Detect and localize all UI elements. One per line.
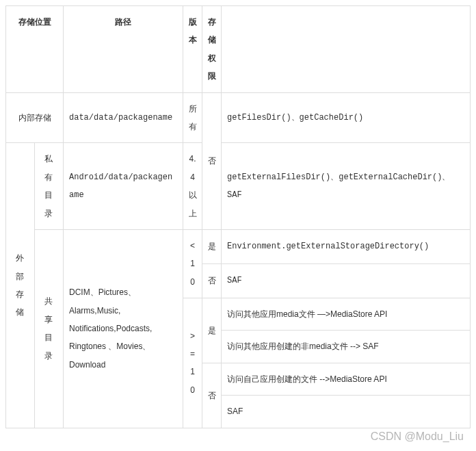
cell-external-label: 外 部存储 <box>6 143 35 428</box>
cell-ge10-yes-perm: 是 <box>202 298 222 363</box>
cell-private-path: Android/data/packagename <box>64 143 183 230</box>
row-external-private: 外 部存储 私有目录 Android/data/packagename 4.4以… <box>6 143 471 230</box>
watermark: CSDN @Modu_Liu <box>371 430 464 434</box>
cell-ge10-yes-api2: 访问其他应用创建的非media文件 --> SAF <box>222 331 471 363</box>
cell-internal-permission: 否 <box>202 92 222 229</box>
cell-lt10-yes-perm: 是 <box>202 229 222 263</box>
cell-internal-api: getFilesDir()、getCacheDir() <box>222 92 471 143</box>
cell-lt10-version: < 1 0 <box>183 229 202 298</box>
cell-lt10-yes-api: Environment.getExternalStorageDirectory(… <box>222 229 471 263</box>
cell-shared-path: DCIM、Pictures、Alarms,Music, Notification… <box>64 229 183 428</box>
header-permission: 存储权限 <box>202 6 222 93</box>
header-api <box>222 6 471 93</box>
cell-ge10-no-api1: 访问自己应用创建的文件 -->MediaStore API <box>222 363 471 395</box>
cell-ge10-yes-api1: 访问其他应用media文件 —>MediaStore API <box>222 298 471 331</box>
header-version: 版本 <box>183 6 202 93</box>
cell-private-api: getExternalFilesDir()、getExternalCacheDi… <box>222 143 471 230</box>
table-header-row: 存储位置 路径 版本 存储权限 <box>6 6 471 93</box>
cell-lt10-no-perm: 否 <box>202 263 222 298</box>
cell-internal-version: 所有 <box>183 92 202 143</box>
cell-ge10-no-api2: SAF <box>222 396 471 428</box>
cell-ge10-version: > = 1 0 <box>183 298 202 428</box>
cell-private-version: 4.4以上 <box>183 143 202 230</box>
cell-lt10-no-api: SAF <box>222 263 471 298</box>
row-shared-lt10-yes: 共享目录 DCIM、Pictures、Alarms,Music, Notific… <box>6 229 471 263</box>
storage-table: 存储位置 路径 版本 存储权限 内部存储 data/data/packagena… <box>5 5 471 428</box>
cell-internal-path: data/data/packagename <box>64 92 183 143</box>
cell-internal-label: 内部存储 <box>6 92 64 143</box>
cell-ge10-no-perm: 否 <box>202 363 222 428</box>
row-internal: 内部存储 data/data/packagename 所有 否 getFiles… <box>6 92 471 143</box>
cell-private-label: 私有目录 <box>35 143 64 230</box>
cell-shared-label: 共享目录 <box>35 229 64 428</box>
header-location: 存储位置 <box>6 6 64 93</box>
header-path: 路径 <box>64 6 183 93</box>
